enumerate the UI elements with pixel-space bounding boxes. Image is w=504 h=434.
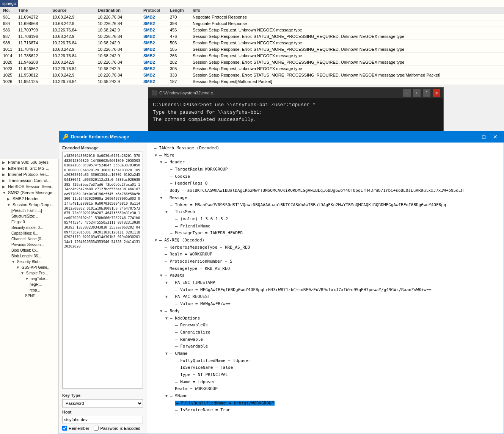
detail-resp[interactable]: resp...: [0, 287, 58, 293]
list-item[interactable]: – Value = MEGgAwIBEqI6BDg6woY4OF8pqLrH43…: [149, 287, 501, 294]
dialog-minimize-button[interactable]: ─: [467, 132, 478, 142]
detail-netbios[interactable]: ▶ NetBIOS Session Servi...: [0, 183, 58, 190]
detail-structure[interactable]: StructureSize: ...: [0, 213, 58, 219]
detail-tcp[interactable]: ▶ Transmission Control...: [0, 177, 58, 183]
list-item[interactable]: – Token = MBahCwwJV09SS0dST1VQowcDBQAAAA…: [149, 202, 501, 209]
dialog-right-panel[interactable]: – IAKerb Message (Decoded)▼– Wire▼– Head…: [146, 143, 504, 434]
tree-expander-icon[interactable]: ▼: [165, 350, 170, 357]
list-item[interactable]: – FullyQualifiedName = tdpuser: [149, 357, 501, 365]
detail-simple[interactable]: ▼ Simple Pro...: [0, 270, 58, 276]
password-encoded-checkbox[interactable]: [94, 426, 99, 431]
table-row[interactable]: 1020 11.946288 10.68.242.9 10.226.76.84 …: [0, 59, 504, 66]
list-item[interactable]: – IsServiceName = False: [149, 364, 501, 371]
list-item[interactable]: ▼– Header: [149, 159, 501, 166]
list-item[interactable]: ▼– PA_PAC_REQUEST: [149, 293, 501, 301]
dialog-maximize-button[interactable]: □: [479, 132, 489, 142]
detail-security-blob[interactable]: ▼ Security Blob:...: [0, 259, 58, 265]
table-row[interactable]: 1011 11.784973 10.68.242.9 10.226.76.84 …: [0, 46, 504, 53]
list-item[interactable]: ▼– KdcOptions: [149, 315, 501, 322]
table-row[interactable]: 1025 11.950812 10.68.242.9 10.226.76.84 …: [0, 72, 504, 78]
host-input[interactable]: [62, 416, 143, 423]
tree-expander-icon[interactable]: ▼: [165, 279, 170, 286]
password-encoded-checkbox-label[interactable]: Password is Encoded: [94, 426, 140, 431]
list-item[interactable]: – Realm = WORKGROUP: [149, 385, 501, 393]
list-item[interactable]: – (value) 1.3.6.1.5.2: [149, 216, 501, 223]
table-row[interactable]: 984 11.698868 10.68.242.9 10.226.76.84 S…: [0, 20, 504, 27]
detail-negtoke[interactable]: ▼ negToke...: [0, 276, 58, 282]
tree-expander-icon[interactable]: ▼: [155, 152, 159, 158]
detail-spne[interactable]: SPNE...: [0, 293, 58, 299]
table-row[interactable]: 988 11.716874 10.226.76.84 10.68.242.9 S…: [0, 40, 504, 46]
list-item[interactable]: – FriendlyName: [149, 223, 501, 230]
table-row[interactable]: 1014 11.785622 10.226.76.84 10.68.242.9 …: [0, 53, 504, 59]
tree-expander-icon[interactable]: ▼: [155, 237, 159, 243]
detail-session-setup[interactable]: ▼ Session Setup Requ...: [0, 202, 58, 208]
table-row[interactable]: 981 11.694272 10.68.242.9 10.226.76.84 S…: [0, 14, 504, 20]
cmd-close-button[interactable]: ✕: [433, 89, 440, 97]
list-item[interactable]: – KerberosMessageType = KRB_AS_REQ: [149, 244, 501, 251]
list-item[interactable]: – HeaderFlags 0: [149, 180, 501, 187]
list-item[interactable]: – Canonicalize: [149, 329, 501, 336]
list-item[interactable]: – MessageType = KRB_AS_REQ: [149, 265, 501, 273]
detail-prev-session[interactable]: Previous Session...: [0, 242, 58, 248]
cmd-new-tab-button[interactable]: +: [413, 89, 421, 97]
detail-blob-length[interactable]: Blob Length: 36...: [0, 253, 58, 259]
list-item[interactable]: – Name = tdpuser: [149, 379, 501, 386]
detail-preauth[interactable]: [Preauth Hash: ...]: [0, 208, 58, 213]
detail-capabilities[interactable]: Capabilities: 0...: [0, 230, 58, 236]
list-item[interactable]: ▼– PaData: [149, 272, 501, 279]
list-item[interactable]: – Renewable: [149, 336, 501, 343]
list-item[interactable]: ▼– ThisMech: [149, 208, 501, 216]
list-item[interactable]: – Value = MAWgAwEB/w==: [149, 301, 501, 308]
table-row[interactable]: 1026 11.951125 10.226.76.84 10.68.242.9 …: [0, 78, 504, 85]
remember-checkbox-label[interactable]: Remember: [62, 426, 89, 431]
list-item[interactable]: – FullyQualifiedName = krbtgt/WORKGROUP: [149, 400, 501, 407]
list-item[interactable]: – Type = NT_PRINCIPAL: [149, 371, 501, 379]
tree-expander-icon[interactable]: ▼: [165, 208, 170, 215]
list-item[interactable]: ▼– Body: [149, 308, 501, 315]
list-item[interactable]: ▼– CName: [149, 350, 501, 357]
tree-expander-icon[interactable]: ▼: [165, 293, 170, 300]
detail-flags[interactable]: Flags: 0: [0, 219, 58, 225]
detail-smb2-header[interactable]: ▶ SMB2 Header: [0, 196, 58, 202]
detail-gss[interactable]: ▼ GSS-API Gene...: [0, 265, 58, 270]
detail-blob-offset[interactable]: Blob Offset: 0x...: [0, 248, 58, 253]
tree-expander-icon[interactable]: ▼: [160, 272, 165, 279]
list-item[interactable]: ▼– Message: [149, 194, 501, 202]
cmd-minimize-button[interactable]: ─: [403, 89, 411, 97]
list-item[interactable]: – Forwardable: [149, 343, 501, 350]
table-row[interactable]: 1023 11.946862 10.226.76.84 10.68.242.9 …: [0, 66, 504, 72]
tree-expander-icon[interactable]: ▼: [160, 308, 165, 314]
list-item[interactable]: – ProtocolVersionNumber = 5: [149, 258, 501, 265]
list-item[interactable]: – MessageType = IAKERB_HEADER: [149, 230, 501, 237]
list-item[interactable]: ▼– Wire: [149, 152, 501, 159]
detail-channel[interactable]: Channel: None (0...: [0, 236, 58, 242]
detail-smb2[interactable]: ▼ SMB2 (Server Message...: [0, 190, 58, 196]
cmd-chevron-button[interactable]: ˅: [423, 89, 430, 97]
packet-list[interactable]: 981 11.694272 10.68.242.9 10.226.76.84 S…: [0, 14, 504, 85]
list-item[interactable]: ▼– SName: [149, 393, 501, 400]
remember-checkbox[interactable]: [62, 426, 67, 431]
detail-security-mode[interactable]: Security mode: 0...: [0, 225, 58, 230]
list-item[interactable]: – Cookie: [149, 173, 501, 180]
tree-expander-icon[interactable]: ▼: [165, 315, 170, 321]
tree-expander-icon[interactable]: ▼: [160, 194, 165, 201]
table-row[interactable]: 986 11.700799 10.226.76.84 10.68.242.9 S…: [0, 27, 504, 33]
dialog-close-button[interactable]: ✕: [490, 132, 501, 142]
list-item[interactable]: – Realm = WORKGROUP: [149, 251, 501, 258]
list-item[interactable]: ▼– PA_ENC_TIMESTAMP: [149, 279, 501, 287]
detail-ethernet[interactable]: ▶ Ethernet II, Src: MS-...: [0, 165, 58, 171]
table-row[interactable]: 987 11.706196 10.68.242.9 10.226.76.84 S…: [0, 33, 504, 40]
tree-expander-icon[interactable]: ▼: [160, 159, 165, 165]
key-type-select[interactable]: Password AES128 AES256 RC4/NTLM: [62, 399, 143, 407]
detail-frame[interactable]: ▶ Frame 988: 506 bytes: [0, 159, 58, 165]
list-item[interactable]: ▼– AS-REQ (Decoded): [149, 237, 501, 244]
tree-expander-icon[interactable]: ▼: [165, 393, 170, 399]
list-item[interactable]: – TargetRealm WORKGROUP: [149, 166, 501, 173]
list-item[interactable]: – Body = aolBKTCCASWhAwIBBalDAgEKo2MwYTB…: [149, 187, 501, 194]
list-item[interactable]: – IsServiceName = True: [149, 407, 501, 414]
list-item[interactable]: – RenewableOk: [149, 322, 501, 329]
detail-ip[interactable]: ▶ Internet Protocol Ver...: [0, 171, 58, 177]
detail-negr[interactable]: negR...: [0, 282, 58, 287]
encoded-message-textarea[interactable]: a18201643082016 0a0030a0101a28201 570482…: [62, 152, 143, 389]
